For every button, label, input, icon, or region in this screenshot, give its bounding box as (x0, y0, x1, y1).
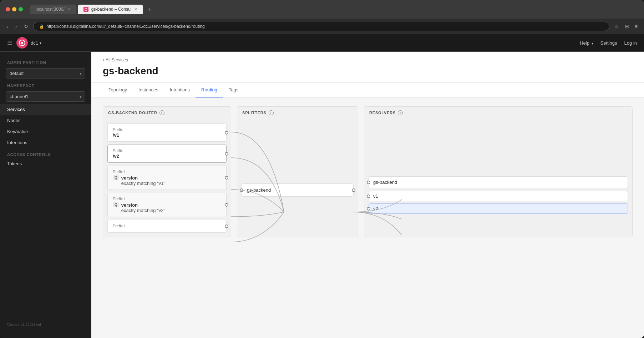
tab2-url: gs-backend – Consul (91, 7, 132, 12)
splitters-panel: SPLITTERS i gs-backend (237, 106, 358, 237)
dc-selector[interactable]: dc1 ▾ (31, 40, 41, 46)
resolver-dot-left-v1 (367, 195, 370, 198)
resolver-card-v2: v2 (369, 203, 628, 214)
splitter-dot-left (240, 188, 243, 192)
bookmark-button[interactable]: ☆ (612, 22, 621, 31)
route-query-key-4: version (121, 202, 138, 208)
splitters-panel-body: gs-backend (237, 119, 358, 201)
dot-yellow[interactable] (12, 7, 16, 11)
consul-logo-icon (16, 37, 28, 49)
splitters-info-icon[interactable]: i (269, 110, 274, 115)
main-content: ‹ All Services gs-backend Topology Insta… (91, 52, 644, 338)
resolver-label-backend: gs-backend (373, 180, 397, 185)
dot-green[interactable] (19, 7, 23, 11)
admin-partition-select-container: default (6, 68, 85, 79)
forward-button[interactable]: › (13, 22, 19, 31)
tab-intentions[interactable]: Intentions (164, 83, 196, 97)
resolver-dot-left-v2 (367, 207, 370, 211)
browser-dots (6, 7, 23, 11)
route-query-match-4: exactly matching "v2" (121, 208, 165, 213)
route-query-match-3: exactly matching "v1" (121, 181, 165, 186)
settings-link[interactable]: Settings (600, 40, 617, 46)
sidebar-version: Consul v1.11.1+ent (0, 317, 91, 332)
dc-chevron-icon: ▾ (40, 41, 41, 45)
dot-red[interactable] (6, 7, 10, 11)
back-link[interactable]: ‹ All Services (103, 57, 633, 62)
extensions-button[interactable]: ⊞ (623, 22, 631, 31)
sidebar-item-keyvalue[interactable]: Key/Value (0, 126, 91, 137)
admin-partition-label: Admin Partition (0, 57, 91, 66)
route-4-dot (225, 203, 228, 207)
tab-topology[interactable]: Topology (103, 83, 133, 97)
route-value-2: /v2 (113, 153, 221, 159)
back-button[interactable]: ‹ (4, 22, 10, 31)
browser-tabs: localhost:3000/ ✕ C gs-backend – Consul … (30, 5, 638, 14)
route-query-4: Q version exactly matching "v2" (113, 202, 221, 213)
tab-routing[interactable]: Routing (196, 83, 223, 97)
browser-tab-1[interactable]: localhost:3000/ ✕ (30, 5, 76, 14)
admin-partition-select-wrapper: default (0, 66, 91, 81)
router-panel-body: Prefix /v1 Prefix /v2 (103, 119, 231, 237)
resolvers-info-icon[interactable]: i (398, 110, 403, 115)
hamburger-button[interactable]: ☰ (7, 40, 12, 46)
admin-partition-select[interactable]: default (6, 68, 85, 79)
namespace-select[interactable]: channel1 (6, 91, 85, 102)
resolver-card-v1: v1 (369, 191, 628, 201)
route-label-5: Prefix / (113, 224, 221, 228)
namespace-select-container: channel1 (6, 91, 85, 102)
browser-toolbar: ‹ › ↻ 🔒 https://consul.digitallina.com/u… (0, 19, 644, 34)
app-container: ☰ dc1 ▾ Help ▾ Settings Log i (0, 34, 644, 338)
route-label-1: Prefix (113, 127, 221, 132)
routing-view: GS-BACKEND ROUTER i Prefix /v1 (91, 98, 644, 246)
consul-icon-svg (19, 39, 26, 46)
resolver-card-backend: gs-backend (369, 176, 628, 188)
resolver-label-v1: v1 (373, 193, 378, 199)
route-card-1: Prefix /v1 (107, 123, 227, 142)
app-layout: Admin Partition default Namespace channe… (0, 52, 644, 338)
namespace-label: Namespace (0, 81, 91, 89)
tab2-favicon: C (83, 7, 88, 12)
route-card-3: Prefix / Q version exactly matching "v1" (107, 166, 227, 190)
browser-tab-2[interactable]: C gs-backend – Consul ✕ (78, 5, 143, 14)
browser-window: localhost:3000/ ✕ C gs-backend – Consul … (0, 0, 644, 338)
route-q-badge-3: Q (113, 175, 119, 180)
route-label-2: Prefix (113, 148, 221, 153)
menu-button[interactable]: ≡ (633, 22, 640, 31)
tab1-close[interactable]: ✕ (67, 7, 71, 12)
content-header: ‹ All Services gs-backend (91, 52, 644, 83)
route-3-dot (225, 176, 228, 180)
address-bar[interactable]: 🔒 https://consul.digitallina.com/ui/_def… (33, 22, 609, 31)
tabs-bar: Topology Instances Intentions Routing Ta… (91, 83, 644, 98)
sidebar-item-services[interactable]: Services (0, 104, 91, 115)
lock-icon: 🔒 (39, 24, 44, 29)
route-card-2: Prefix /v2 (107, 145, 227, 163)
route-query-3: Q version exactly matching "v1" (113, 175, 221, 186)
sidebar-item-tokens[interactable]: Tokens (0, 158, 91, 169)
route-label-4: Prefix / (113, 197, 221, 201)
resolver-label-v2: v2 (373, 206, 378, 211)
resolvers-panel: RESOLVERS i gs-backend (364, 106, 633, 237)
splitter-card-1: gs-backend (242, 183, 354, 197)
new-tab-button[interactable]: + (144, 5, 153, 14)
refresh-button[interactable]: ↻ (22, 22, 30, 31)
login-link[interactable]: Log in (624, 40, 637, 46)
route-2-dot (225, 152, 228, 156)
router-panel-title: GS-BACKEND ROUTER (108, 111, 157, 115)
router-panel: GS-BACKEND ROUTER i Prefix /v1 (103, 106, 231, 237)
address-text: https://consul.digitallina.com/ui/_defau… (46, 24, 204, 29)
splitter-label: gs-backend (247, 187, 271, 193)
sidebar-item-nodes[interactable]: Nodes (0, 115, 91, 126)
router-panel-header: GS-BACKEND ROUTER i (103, 107, 231, 119)
help-link[interactable]: Help ▾ (580, 40, 593, 46)
tab-instances[interactable]: Instances (133, 83, 164, 97)
splitter-dot-right (352, 188, 355, 192)
tab-tags[interactable]: Tags (223, 83, 244, 97)
route-card-4: Prefix / Q version exactly matching "v2" (107, 193, 227, 217)
router-info-icon[interactable]: i (159, 110, 164, 115)
top-nav: ☰ dc1 ▾ Help ▾ Settings Log i (0, 34, 644, 52)
resolver-dot-left-backend (367, 181, 370, 184)
sidebar-item-intentions[interactable]: Intentions (0, 137, 91, 148)
route-label-3: Prefix / (113, 170, 221, 174)
tab2-close[interactable]: ✕ (134, 7, 137, 12)
help-chevron-icon: ▾ (592, 41, 593, 45)
